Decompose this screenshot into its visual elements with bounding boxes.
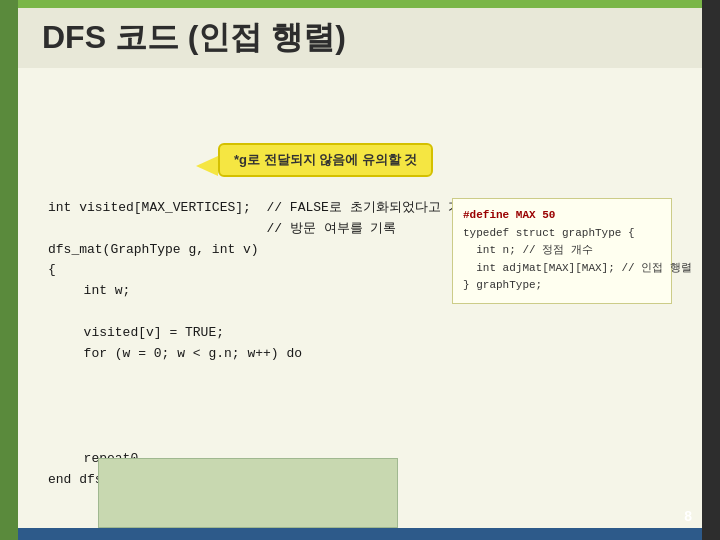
info-line-1: #define MAX 50 bbox=[463, 207, 661, 225]
info-box: #define MAX 50 typedef struct graphType … bbox=[452, 198, 672, 304]
info-line-4: int adjMat[MAX][MAX]; // 인접 행렬 bbox=[463, 260, 661, 278]
info-line-3: int n; // 정점 개수 bbox=[463, 242, 661, 260]
code-line-7: visited[v] = TRUE; bbox=[68, 323, 672, 344]
slide: DFS 코드 (인접 행렬) *g로 전달되지 않음에 유의할 것 int vi… bbox=[0, 0, 720, 540]
right-bar bbox=[702, 0, 720, 540]
page-number: 8 bbox=[684, 508, 692, 524]
title-area: DFS 코드 (인접 행렬) bbox=[18, 8, 702, 68]
code-line-6 bbox=[48, 302, 672, 323]
left-bar bbox=[0, 0, 18, 540]
callout-arrow bbox=[196, 156, 218, 176]
info-line-5: } graphType; bbox=[463, 277, 661, 295]
main-content: *g로 전달되지 않음에 유의할 것 int visited[MAX_VERTI… bbox=[18, 68, 702, 528]
code-line-8: for (w = 0; w < g.n; w++) do bbox=[68, 344, 672, 365]
info-line-2: typedef struct graphType { bbox=[463, 225, 661, 243]
inner-block bbox=[98, 458, 398, 528]
slide-title: DFS 코드 (인접 행렬) bbox=[42, 16, 346, 60]
bottom-strip bbox=[18, 528, 702, 540]
callout-box: *g로 전달되지 않음에 유의할 것 bbox=[218, 143, 433, 177]
top-strip bbox=[18, 0, 702, 8]
